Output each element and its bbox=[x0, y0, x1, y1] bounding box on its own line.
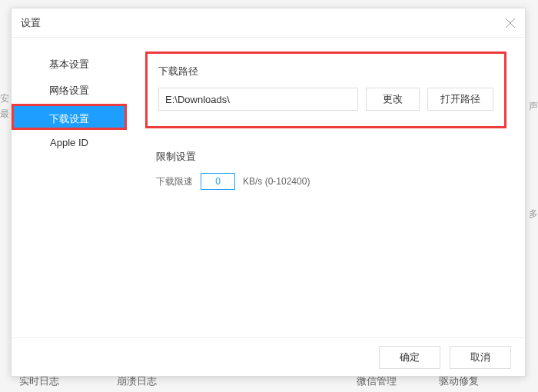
bg-text: 最 bbox=[0, 108, 9, 121]
sidebar-item-appleid[interactable]: Apple ID bbox=[12, 130, 127, 156]
sidebar-item-network[interactable]: 网络设置 bbox=[12, 78, 127, 104]
speed-limit-input[interactable] bbox=[201, 173, 235, 190]
limit-row: 下载限速 KB/s (0-102400) bbox=[145, 173, 506, 190]
settings-dialog: 设置 基本设置 网络设置 下载设置 Apple ID 下载路径 更改 打开路径 bbox=[11, 8, 526, 377]
dialog-footer: 确定 取消 bbox=[12, 337, 525, 376]
sidebar: 基本设置 网络设置 下载设置 Apple ID bbox=[12, 38, 127, 337]
limit-label: 下载限速 bbox=[156, 175, 193, 188]
change-path-button[interactable]: 更改 bbox=[366, 88, 420, 111]
ok-button[interactable]: 确定 bbox=[379, 346, 440, 369]
download-path-section: 下载路径 更改 打开路径 bbox=[145, 51, 506, 128]
close-icon bbox=[503, 16, 517, 30]
titlebar: 设置 bbox=[12, 8, 525, 38]
bg-text: 多 bbox=[529, 208, 538, 221]
open-path-button[interactable]: 打开路径 bbox=[427, 88, 493, 111]
bg-text: 声 bbox=[529, 100, 538, 113]
download-path-input[interactable] bbox=[158, 88, 358, 111]
limit-title: 限制设置 bbox=[145, 150, 506, 164]
sidebar-item-basic[interactable]: 基本设置 bbox=[12, 51, 127, 78]
download-path-row: 更改 打开路径 bbox=[158, 88, 493, 111]
close-button[interactable] bbox=[503, 16, 517, 30]
sidebar-item-download[interactable]: 下载设置 bbox=[12, 104, 127, 130]
limit-unit: KB/s (0-102400) bbox=[243, 176, 310, 187]
dialog-body: 基本设置 网络设置 下载设置 Apple ID 下载路径 更改 打开路径 限制设… bbox=[12, 38, 525, 337]
cancel-button[interactable]: 取消 bbox=[450, 346, 511, 369]
bg-text: 安 bbox=[0, 92, 9, 105]
limit-section: 限制设置 下载限速 KB/s (0-102400) bbox=[145, 150, 506, 190]
download-path-title: 下载路径 bbox=[158, 65, 493, 78]
dialog-title: 设置 bbox=[21, 16, 41, 30]
content-panel: 下载路径 更改 打开路径 限制设置 下载限速 KB/s (0-102400) bbox=[127, 38, 525, 337]
